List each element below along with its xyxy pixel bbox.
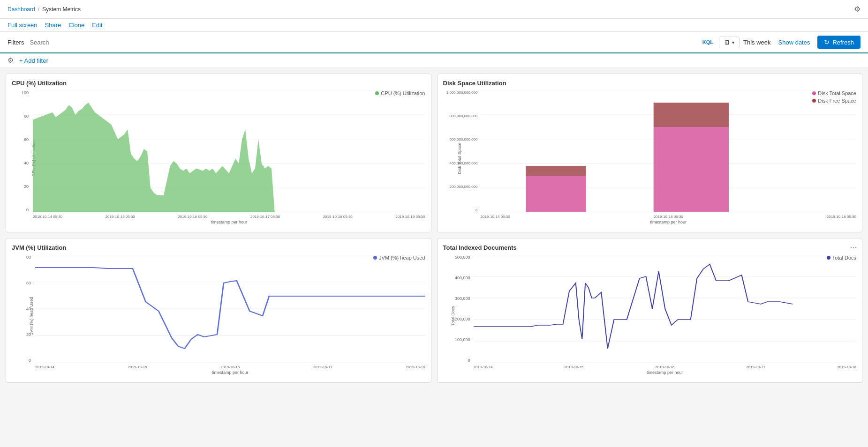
jvm-y-axis-label: JVM (%) heap Used [29,297,34,335]
docs-y-500k: 500,000 [443,255,470,260]
clone-button[interactable]: Clone [68,22,84,29]
cpu-y-0: 0 [12,208,29,212]
disk-y-200g: 200,000,000,000 [443,185,478,189]
dashboard-content: CPU (%) Utilization CPU (%) Utilization … [0,68,868,388]
cpu-y-60: 60 [12,137,29,142]
calendar-icon: 🗓 [724,39,730,46]
docs-panel-options[interactable]: ··· [850,243,857,251]
chevron-down-icon: ▾ [732,40,734,45]
cpu-x-tick-4: 2019-10-17 05:30 [250,215,280,219]
disk-x-axis: 2019-10-14 05:30 2019-10-16 05:30 2019-1… [481,215,857,219]
disk-panel-title: Disk Space Utilization [443,80,857,87]
docs-y-200k: 200,000 [443,317,470,321]
docs-y-axis-label: Total Docs [451,306,455,326]
cpu-x-axis: 2019-10-14 05:30 2019-10-15 05:30 2019-1… [33,215,425,219]
docs-y-400k: 400,000 [443,276,470,280]
cpu-chart-svg [33,90,425,212]
refresh-button[interactable]: ↻ Refresh [817,36,860,49]
cpu-x-label: timestamp per hour [33,220,425,224]
docs-y-0: 0 [443,358,470,363]
filter-label: Filters [8,39,24,46]
cpu-panel-title: CPU (%) Utilization [12,80,425,87]
breadcrumb-home[interactable]: Dashboard [8,6,35,13]
cpu-y-100: 100 [12,90,29,95]
jvm-y-60: 60 [12,281,31,285]
svg-rect-13 [526,176,586,212]
disk-y-1t: 1,000,000,000,000 [443,90,478,95]
filters-row: ⚙ + Add filter [0,53,868,68]
top-bar: Dashboard / System Metrics ⚙ [0,0,868,19]
edit-button[interactable]: Edit [92,22,102,29]
jvm-panel: JVM (%) Utilization JVM (%) heap Used 80… [6,238,431,383]
docs-y-100k: 100,000 [443,337,470,342]
svg-rect-15 [653,127,728,212]
docs-chart-svg [474,255,857,363]
breadcrumb: Dashboard / System Metrics [8,6,81,13]
disk-y-800g: 800,000,000,000 [443,114,478,118]
disk-y-600g: 600,000,000,000 [443,137,478,142]
disk-x-tick-1: 2019-10-14 05:30 [481,215,510,219]
jvm-x-label: timestamp per hour [35,370,425,375]
docs-x-axis: 2019-10-14 2019-10-15 2019-10-16 2019-10… [474,365,857,369]
docs-panel: Total Indexed Documents ··· Total Docs 5… [437,238,863,383]
svg-rect-16 [653,103,728,127]
docs-x-label: timestamp per hour [474,370,857,375]
disk-x-tick-3: 2019-10-18 05:30 [827,215,856,219]
disk-chart-svg [481,90,857,212]
full-screen-button[interactable]: Full screen [8,22,38,29]
add-filter-button[interactable]: + Add filter [19,57,48,64]
jvm-y-40: 40 [12,306,31,311]
cpu-x-tick-1: 2019-10-14 05:30 [33,215,62,219]
jvm-y-20: 20 [12,332,31,337]
filter-bar: Filters KQL 🗓 ▾ This week Show dates ↻ R… [0,32,868,53]
cpu-panel: CPU (%) Utilization CPU (%) Utilization … [6,74,431,232]
date-picker-button[interactable]: 🗓 ▾ [719,37,740,48]
settings-icon[interactable]: ⚙ [854,5,860,14]
jvm-panel-title: JVM (%) Utilization [12,244,425,251]
show-dates-button[interactable]: Show dates [775,37,814,48]
action-bar: Full screen Share Clone Edit [0,19,868,32]
cpu-y-40: 40 [12,161,29,165]
gear-icon[interactable]: ⚙ [8,56,14,65]
disk-x-label: timestamp per hour [481,220,857,224]
kql-badge[interactable]: KQL [701,38,715,46]
disk-panel: Disk Space Utilization Disk Total Space … [437,74,863,232]
breadcrumb-separator: / [38,6,39,13]
jvm-y-0: 0 [12,358,31,363]
docs-panel-title: Total Indexed Documents [443,244,857,251]
cpu-x-tick-5: 2019-10-18 05:30 [323,215,353,219]
cpu-x-tick-3: 2019-10-16 05:30 [178,215,207,219]
svg-rect-14 [526,166,586,176]
disk-y-axis-label: Disk Total Space [457,143,462,174]
cpu-x-tick-6: 2019-10-19 05:30 [395,215,425,219]
cpu-y-80: 80 [12,114,29,119]
jvm-y-80: 80 [12,255,31,260]
refresh-label: Refresh [832,39,854,46]
refresh-icon: ↻ [824,38,830,46]
search-input[interactable] [28,37,696,48]
jvm-x-axis: 2019-10-14 2019-10-15 2019-10-16 2019-10… [35,365,425,369]
disk-x-tick-2: 2019-10-16 05:30 [654,215,683,219]
docs-y-300k: 300,000 [443,296,470,301]
svg-marker-6 [33,103,425,212]
this-week-label: This week [743,39,771,46]
jvm-chart-svg [35,255,425,363]
cpu-y-20: 20 [12,184,29,189]
cpu-x-tick-2: 2019-10-15 05:30 [106,215,135,219]
disk-y-0: 0 [443,208,478,212]
breadcrumb-current: System Metrics [42,6,81,13]
share-button[interactable]: Share [45,22,61,29]
